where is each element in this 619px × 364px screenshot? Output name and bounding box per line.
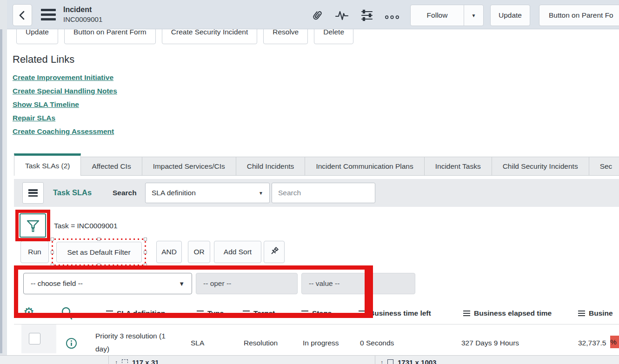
magnifier-icon (60, 306, 73, 320)
link-show-sla-timeline[interactable]: Show SLA Timeline (13, 100, 117, 109)
link-create-coaching-assessment[interactable]: Create Coaching Assessment (13, 127, 117, 136)
column-header-sla-definition[interactable]: SLA definition (106, 309, 165, 318)
set-as-default-filter-button[interactable]: Set as Default Filter (56, 242, 142, 263)
list-context-menu-button[interactable] (22, 182, 44, 204)
dashed-selection-icon (122, 359, 128, 364)
tab-affected-cis[interactable]: Affected CIs (81, 157, 142, 176)
image-frame-icon (387, 359, 393, 364)
related-links-heading: Related Links (13, 53, 74, 66)
column-header-business-elapsed-time[interactable]: Business elapsed time (463, 309, 552, 318)
follow-dropdown-button[interactable]: ▼ (464, 5, 484, 26)
personalize-form-button[interactable] (359, 7, 375, 23)
column-header-stage[interactable]: Stage (301, 309, 332, 318)
status-bar-divider (375, 356, 375, 364)
button-on-parent-form-header[interactable]: Button on Parent Fo (539, 5, 619, 26)
scrollbar-thumb[interactable] (0, 29, 2, 353)
incident-form-page: Incident INC0009001 Follow ▼ Update Butt… (0, 0, 619, 364)
add-sort-button[interactable]: Add Sort (214, 241, 261, 263)
info-icon (66, 338, 77, 349)
operator-select-disabled[interactable]: -- oper -- (196, 273, 298, 294)
tab-child-security-incidents[interactable]: Child Security Incidents (492, 157, 589, 176)
cell-sla-definition[interactable]: Priority 3 resolution (1 day) (95, 330, 177, 356)
hamburger-icon (28, 189, 38, 197)
row-checkbox[interactable] (29, 333, 40, 344)
tab-child-incidents[interactable]: Child Incidents (236, 157, 306, 176)
percentage-alert-chip: % (610, 336, 619, 348)
filter-toggle-button[interactable] (20, 213, 46, 238)
tab-incident-tasks[interactable]: Incident Tasks (425, 157, 492, 176)
activity-pulse-icon (335, 9, 349, 21)
related-lists-tabs: Task SLAs (2) Affected CIs Impacted Serv… (14, 153, 619, 176)
related-links-list: Create Improvement Initiative Create Spe… (13, 73, 117, 141)
run-filter-button[interactable]: Run (20, 241, 49, 263)
resolve-button[interactable]: Resolve (263, 29, 308, 44)
search-label: Search (113, 189, 137, 197)
and-button[interactable]: AND (156, 241, 182, 263)
selection-handle[interactable] (144, 238, 147, 241)
tab-impacted-services-cis[interactable]: Impacted Services/CIs (142, 157, 236, 176)
tab-incident-communication-plans[interactable]: Incident Communication Plans (305, 157, 424, 176)
create-security-incident-button[interactable]: Create Security Incident (162, 29, 257, 44)
value-field-disabled[interactable]: -- value -- (301, 273, 415, 294)
column-header-target[interactable]: Target (243, 309, 275, 318)
or-button[interactable]: OR (188, 241, 210, 263)
left-scrollbar[interactable] (0, 0, 7, 364)
list-search-icon[interactable] (60, 306, 73, 320)
column-menu-icon (359, 311, 366, 316)
link-create-improvement-initiative[interactable]: Create Improvement Initiative (13, 73, 117, 82)
attachment-button[interactable] (309, 7, 325, 23)
chevron-down-icon: ▼ (179, 280, 185, 287)
button-on-parent-form[interactable]: Button on Parent Form (64, 29, 156, 44)
pin-filter-button[interactable] (264, 241, 285, 263)
selection-handle[interactable] (51, 251, 54, 254)
choose-field-value: -- choose field -- (31, 279, 83, 288)
task-slas-toolbar: Task SLAs Search SLA definition ▼ (14, 179, 619, 207)
funnel-icon (25, 218, 41, 233)
search-field-select[interactable]: SLA definition ▼ (145, 183, 270, 203)
column-menu-icon (463, 311, 470, 316)
tab-task-slas[interactable]: Task SLAs (2) (14, 153, 81, 176)
status-bar-divider (108, 356, 109, 364)
more-options-button[interactable] (384, 9, 400, 25)
chevron-down-icon: ▼ (472, 13, 476, 18)
image-size-readout: ↑ 1731 x 1003 (380, 358, 436, 364)
filter-breadcrumb[interactable]: Task = INC0009001 (54, 222, 118, 230)
selection-handle[interactable] (144, 264, 147, 267)
up-arrow-icon: ↑ (380, 360, 383, 364)
more-options-icon (384, 14, 400, 20)
column-header-business-time-left[interactable]: Business time left (359, 309, 431, 318)
column-header-business-percentage-clipped[interactable]: Busine (578, 309, 613, 318)
cell-stage: In progress (303, 339, 339, 347)
update-button[interactable]: Update (490, 5, 530, 26)
selection-handle[interactable] (51, 264, 54, 267)
column-header-type[interactable]: Type (197, 309, 224, 318)
row-preview-button[interactable] (66, 338, 77, 349)
pushpin-icon (269, 246, 280, 258)
link-repair-slas[interactable]: Repair SLAs (13, 114, 117, 122)
sliders-icon (360, 9, 373, 21)
selection-handle[interactable] (97, 264, 100, 267)
cell-target: Resolution (244, 339, 278, 347)
choose-field-select[interactable]: -- choose field -- ▼ (23, 273, 192, 294)
cell-business-elapsed-time: 327 Days 9 Hours (461, 339, 519, 347)
selection-handle[interactable] (144, 251, 147, 254)
form-context-menu-icon[interactable] (41, 9, 56, 20)
selection-handle[interactable] (97, 238, 100, 241)
search-input[interactable] (272, 183, 375, 203)
link-create-special-handling-notes[interactable]: Create Special Handling Notes (13, 87, 117, 95)
list-personalize-gear-icon[interactable]: ⚙ (23, 304, 34, 320)
delete-button[interactable]: Delete (314, 29, 353, 44)
selection-handle[interactable] (51, 238, 54, 241)
form-header: Incident INC0009001 Follow ▼ Update Butt… (0, 0, 619, 29)
update-form-button[interactable]: Update (16, 29, 58, 44)
up-arrow-icon: ↑ (115, 360, 118, 364)
cell-type: SLA (191, 339, 204, 347)
search-field-selected: SLA definition (152, 189, 196, 197)
back-button[interactable] (13, 4, 32, 26)
activity-stream-button[interactable] (334, 7, 350, 23)
selection-size-readout: ↑ 117 x 31 (115, 358, 159, 364)
follow-button[interactable]: Follow (410, 5, 464, 26)
chevron-left-icon (18, 10, 27, 20)
chevron-down-icon: ▼ (259, 191, 263, 196)
tab-security-clipped[interactable]: Sec (589, 157, 619, 176)
